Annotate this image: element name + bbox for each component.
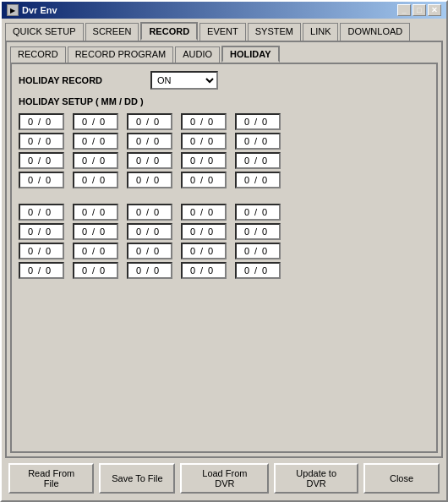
month-input[interactable] xyxy=(77,246,92,256)
day-input[interactable] xyxy=(257,117,272,127)
day-input[interactable] xyxy=(257,136,272,146)
day-input[interactable] xyxy=(95,226,110,237)
date-pair[interactable]: / xyxy=(235,223,281,240)
month-input[interactable] xyxy=(239,156,254,166)
month-input[interactable] xyxy=(23,156,38,166)
month-input[interactable] xyxy=(185,226,200,237)
month-input[interactable] xyxy=(23,265,38,276)
date-pair[interactable]: / xyxy=(19,172,64,188)
day-input[interactable] xyxy=(41,156,56,166)
day-input[interactable] xyxy=(149,156,164,166)
minimize-button[interactable]: _ xyxy=(397,4,411,16)
day-input[interactable] xyxy=(203,117,218,127)
date-pair[interactable]: / xyxy=(181,262,227,279)
month-input[interactable] xyxy=(77,265,92,276)
date-pair[interactable]: / xyxy=(181,223,227,240)
month-input[interactable] xyxy=(131,265,146,276)
date-pair[interactable]: / xyxy=(235,113,281,130)
day-input[interactable] xyxy=(203,175,218,185)
month-input[interactable] xyxy=(23,226,38,237)
date-pair[interactable]: / xyxy=(19,113,64,130)
day-input[interactable] xyxy=(203,226,218,237)
month-input[interactable] xyxy=(23,207,38,217)
update-to-dvr-button[interactable]: Update to DVR xyxy=(274,463,358,494)
date-pair[interactable]: / xyxy=(127,152,172,169)
date-pair[interactable]: / xyxy=(235,172,281,188)
close-window-button[interactable]: ✕ xyxy=(428,4,441,16)
month-input[interactable] xyxy=(131,117,146,127)
date-pair[interactable]: / xyxy=(181,172,227,188)
date-pair[interactable]: / xyxy=(127,223,172,240)
day-input[interactable] xyxy=(95,207,110,217)
tab-download[interactable]: DOWNLOAD xyxy=(340,23,410,41)
month-input[interactable] xyxy=(131,226,146,237)
day-input[interactable] xyxy=(95,246,110,256)
month-input[interactable] xyxy=(239,265,254,276)
month-input[interactable] xyxy=(185,207,200,217)
maximize-button[interactable]: □ xyxy=(412,4,426,16)
day-input[interactable] xyxy=(203,246,218,256)
date-pair[interactable]: / xyxy=(181,243,227,259)
sub-tab-record[interactable]: RECORD xyxy=(10,46,66,63)
month-input[interactable] xyxy=(131,207,146,217)
date-pair[interactable]: / xyxy=(19,152,64,169)
day-input[interactable] xyxy=(257,207,272,217)
month-input[interactable] xyxy=(185,136,200,146)
date-pair[interactable]: / xyxy=(19,223,64,240)
tab-event[interactable]: EVENT xyxy=(199,23,246,41)
month-input[interactable] xyxy=(131,156,146,166)
month-input[interactable] xyxy=(77,226,92,237)
day-input[interactable] xyxy=(257,246,272,256)
day-input[interactable] xyxy=(149,246,164,256)
tab-record[interactable]: RECORD xyxy=(140,22,198,41)
day-input[interactable] xyxy=(257,156,272,166)
sub-tab-audio[interactable]: AUDIO xyxy=(175,46,220,63)
month-input[interactable] xyxy=(77,117,92,127)
month-input[interactable] xyxy=(23,175,38,185)
month-input[interactable] xyxy=(77,175,92,185)
tab-link[interactable]: LINK xyxy=(303,23,338,41)
month-input[interactable] xyxy=(239,136,254,146)
date-pair[interactable]: / xyxy=(181,133,227,150)
day-input[interactable] xyxy=(41,246,56,256)
date-pair[interactable]: / xyxy=(127,113,172,130)
day-input[interactable] xyxy=(95,156,110,166)
read-from-file-button[interactable]: Read From File xyxy=(8,463,94,494)
day-input[interactable] xyxy=(149,175,164,185)
day-input[interactable] xyxy=(95,117,110,127)
day-input[interactable] xyxy=(257,226,272,237)
date-pair[interactable]: / xyxy=(73,262,118,279)
sub-tab-record-program[interactable]: RECORD PROGRAM xyxy=(68,46,174,63)
date-pair[interactable]: / xyxy=(19,243,64,259)
month-input[interactable] xyxy=(239,226,254,237)
month-input[interactable] xyxy=(185,246,200,256)
load-from-dvr-button[interactable]: Load From DVR xyxy=(180,463,269,494)
date-pair[interactable]: / xyxy=(127,262,172,279)
month-input[interactable] xyxy=(23,136,38,146)
month-input[interactable] xyxy=(131,246,146,256)
date-pair[interactable]: / xyxy=(235,204,281,221)
date-pair[interactable]: / xyxy=(235,152,281,169)
day-input[interactable] xyxy=(95,175,110,185)
day-input[interactable] xyxy=(41,226,56,237)
day-input[interactable] xyxy=(41,207,56,217)
date-pair[interactable]: / xyxy=(235,133,281,150)
month-input[interactable] xyxy=(185,117,200,127)
date-pair[interactable]: / xyxy=(19,204,64,221)
date-pair[interactable]: / xyxy=(127,172,172,188)
date-pair[interactable]: / xyxy=(73,152,118,169)
month-input[interactable] xyxy=(185,175,200,185)
date-pair[interactable]: / xyxy=(73,113,118,130)
month-input[interactable] xyxy=(23,117,38,127)
month-input[interactable] xyxy=(239,175,254,185)
date-pair[interactable]: / xyxy=(19,262,64,279)
day-input[interactable] xyxy=(149,265,164,276)
date-pair[interactable]: / xyxy=(73,204,118,221)
month-input[interactable] xyxy=(131,136,146,146)
date-pair[interactable]: / xyxy=(127,133,172,150)
date-pair[interactable]: / xyxy=(73,172,118,188)
day-input[interactable] xyxy=(203,156,218,166)
tab-system[interactable]: SYSTEM xyxy=(248,23,301,41)
month-input[interactable] xyxy=(77,207,92,217)
month-input[interactable] xyxy=(239,117,254,127)
